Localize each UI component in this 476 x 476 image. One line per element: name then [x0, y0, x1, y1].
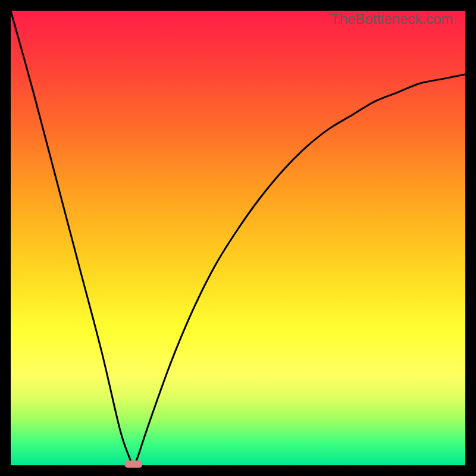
chart-frame: TheBottleneck.com [0, 0, 476, 476]
bottleneck-curve [11, 11, 465, 465]
curve-path [11, 11, 465, 465]
watermark-text: TheBottleneck.com [331, 11, 453, 27]
plot-area: TheBottleneck.com [11, 11, 465, 465]
minimum-marker [124, 461, 142, 468]
